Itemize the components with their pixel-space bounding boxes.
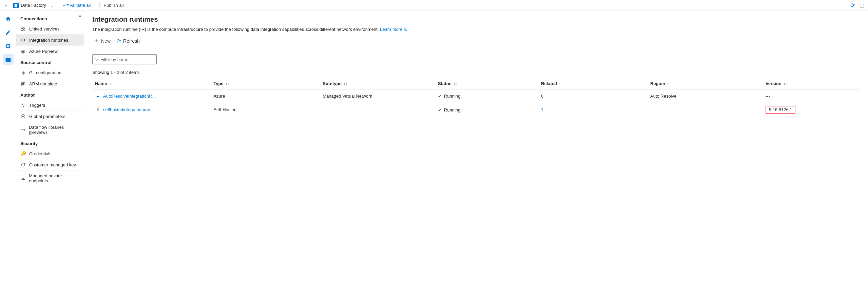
runtimes-table: Name↑↓Type↑↓Sub-type↑↓Status↑↓Related↑↓R… [92,78,860,117]
cell-status: ✔Running [435,102,538,117]
sidebar-item-label: Customer managed key [29,162,76,167]
cell-version: --- [763,90,860,102]
expand-panel-icon[interactable]: » [3,2,8,8]
runtime-type-icon: 🖥 [95,107,100,113]
sidebar-item-icon: ⏱ [20,162,26,167]
rail-manage[interactable] [3,54,14,65]
table-row: ☁AutoResolveIntegrationR...AzureManaged … [92,90,860,102]
column-header-type[interactable]: Type↑↓ [211,78,320,90]
sidebar-item-icon: ▭ [20,127,25,133]
svg-point-2 [7,46,8,47]
sidebar-item-git-configuration[interactable]: ◈Git configuration [16,67,84,78]
sort-icon: ↑↓ [784,82,787,86]
sidebar-item-credentials[interactable]: 🔑Credentials [16,148,84,159]
validate-label: Validate all [70,3,91,8]
publish-icon: ⇧ [97,3,102,8]
rail-home[interactable] [3,14,14,24]
sidebar-item-icon: ☁ [20,176,25,181]
validate-icon: ✓≡ [63,3,68,8]
sort-icon: ↑↓ [109,82,113,86]
cell-region: Auto Resolve [648,90,763,102]
sidebar-group-title: Source control [16,57,84,67]
column-header-sub-type[interactable]: Sub-type↑↓ [320,78,435,90]
rail-monitor[interactable] [3,41,14,52]
refresh-discard-icon[interactable]: ⟳ [850,2,855,8]
sidebar-item-icon: ⚙ [20,37,26,43]
related-link[interactable]: 1 [541,107,543,112]
action-row: ＋ New ⟳ Refresh [92,33,860,50]
sidebar-item-azure-purview[interactable]: ◉Azure Purview [16,45,84,57]
sort-icon: ↑↓ [559,82,563,86]
sidebar-item-icon: ⦿ [20,114,26,119]
sidebar-group-title: Security [16,138,84,148]
column-header-name[interactable]: Name↑↓ [92,78,211,90]
cell-status: ✔Running [435,90,538,102]
sidebar-item-label: Managed private endpoints [29,173,80,183]
external-link-icon: ⧉ [403,27,407,32]
sidebar-item-label: Triggers [29,103,45,108]
sidebar-item-label: Linked services [29,26,60,32]
runtime-name-link[interactable]: AutoResolveIntegrationR... [103,94,156,99]
cell-version: 5.16.8126.1 [763,102,860,117]
validate-all-button[interactable]: ✓≡ Validate all [61,1,93,9]
manage-sidebar: « Connections⛓Linked services⚙Integratio… [16,11,84,304]
sidebar-item-icon: ◉ [20,48,26,54]
top-toolbar: » ▇ Data Factory ⌄ ✓≡ Validate all ⇧ Pub… [0,0,868,11]
nav-rail [0,11,16,304]
sort-icon: ↑↓ [667,82,671,86]
factory-icon: ▇ [13,3,19,8]
cell-related: 1 [538,102,648,117]
chevron-down-icon: ⌄ [48,3,56,8]
new-button[interactable]: ＋ New [92,37,112,45]
result-count: Showing 1 - 2 of 2 items [92,66,860,78]
filter-input[interactable] [100,57,154,62]
sidebar-item-icon: 🔑 [20,151,26,156]
feedback-icon[interactable]: ▢ [859,2,865,8]
status-ok-icon: ✔ [438,93,442,99]
status-ok-icon: ✔ [438,107,442,113]
sidebar-item-customer-managed-key[interactable]: ⏱Customer managed key [16,159,84,170]
learn-more-link[interactable]: Learn more ⧉ [380,27,407,32]
brand-label: Data Factory [21,3,46,8]
filter-box[interactable]: ▽ [92,54,157,64]
column-header-status[interactable]: Status↑↓ [435,78,538,90]
sidebar-item-linked-services[interactable]: ⛓Linked services [16,23,84,34]
main-content: Integration runtimes The integration run… [84,11,868,304]
sort-icon: ↑↓ [454,82,457,86]
collapse-sidebar-icon[interactable]: « [79,13,81,18]
publish-all-button[interactable]: ⇧ Publish all [95,1,126,9]
sidebar-item-label: ARM template [29,81,57,86]
sidebar-item-icon: ▣ [20,81,26,86]
publish-label: Publish all [103,3,123,8]
sidebar-group-title: Author [16,89,84,100]
cell-subtype: --- [320,102,435,117]
rail-author[interactable] [3,27,14,38]
sidebar-item-icon: ⛓ [20,26,26,32]
page-description: The integration runtime (IR) is the comp… [92,27,860,32]
sort-icon: ↑↓ [226,82,229,86]
cell-region: --- [648,102,763,117]
version-highlight: 5.16.8126.1 [766,106,796,114]
page-title: Integration runtimes [92,16,860,23]
sidebar-item-data-flow-libraries-preview-[interactable]: ▭Data flow libraries (preview) [16,122,84,138]
data-factory-switcher[interactable]: ▇ Data Factory ⌄ [11,2,58,9]
runtime-name-link[interactable]: selfhostedintegrationrun... [103,107,154,112]
sidebar-item-triggers[interactable]: ϟTriggers [16,100,84,110]
column-header-version[interactable]: Version↑↓ [763,78,860,90]
refresh-button[interactable]: ⟳ Refresh [115,37,141,45]
sidebar-item-icon: ϟ [20,102,26,108]
sidebar-item-label: Integration runtimes [29,38,68,43]
sidebar-item-label: Data flow libraries (preview) [29,125,80,135]
sort-icon: ↑↓ [344,82,347,86]
column-header-region[interactable]: Region↑↓ [648,78,763,90]
sidebar-item-managed-private-endpoints[interactable]: ☁Managed private endpoints [16,170,84,186]
runtime-type-icon: ☁ [95,93,100,99]
sidebar-item-integration-runtimes[interactable]: ⚙Integration runtimes [16,34,84,45]
sidebar-item-arm-template[interactable]: ▣ARM template [16,78,84,89]
refresh-icon: ⟳ [117,38,121,44]
sidebar-item-global-parameters[interactable]: ⦿Global parameters [16,110,84,122]
table-row: 🖥selfhostedintegrationrun...Self-Hosted-… [92,102,860,117]
sidebar-item-label: Git configuration [29,70,61,75]
column-header-related[interactable]: Related↑↓ [538,78,648,90]
filter-icon: ▽ [95,57,98,62]
